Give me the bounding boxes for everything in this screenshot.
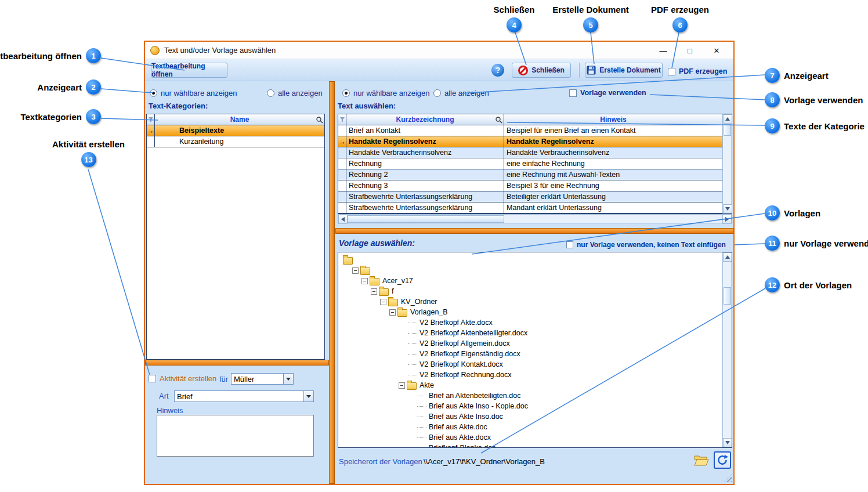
template-location-label: Speicherort der Vorlagen (339, 457, 422, 466)
category-row[interactable]: Kurzanleitung (147, 136, 324, 147)
text-row[interactable]: Brief an Kontakt Beispiel für einen Brie… (338, 125, 722, 136)
browse-folder-button[interactable] (693, 451, 710, 469)
left-radio-selectable[interactable] (150, 89, 157, 97)
text-table-body: Kurzbezeichnung Hinweis Brief an Kontakt… (338, 114, 722, 214)
close-dialog-button[interactable]: Schließen (512, 63, 571, 78)
tree-item[interactable]: V2 Briefkopf Kontakt.docx (338, 359, 722, 370)
text-row[interactable]: Handakte Verbraucherinsolvenz Handakte V… (338, 147, 722, 158)
right-radio-all-label: alle anzeigen (444, 89, 489, 97)
filter-icon[interactable] (149, 117, 153, 122)
text-row[interactable]: Rechnung 2 eine Rechnung mit Auswahl-Tex… (338, 169, 722, 180)
tree-item[interactable] (338, 255, 722, 265)
callout-9-label: Texte der Kategorie (784, 121, 865, 131)
tree-item[interactable]: KV_Ordner (338, 296, 722, 307)
create-activity-label: Aktivität erstellen (160, 374, 216, 383)
text-row[interactable]: Strafbewehrte Unterlassungserklärung Man… (338, 202, 722, 214)
category-row-selected[interactable]: → Beispieltexte (147, 125, 324, 136)
tree-item-label: Briefkopf-Blanko.doc (429, 444, 496, 448)
search-icon[interactable] (495, 116, 502, 124)
callout-8-number: 8 (765, 92, 780, 107)
tree-item[interactable]: V2 Briefkopf Akte.docx (338, 317, 722, 328)
pdf-checkbox[interactable] (668, 68, 675, 75)
tree-item[interactable]: V2 Briefkopf Rechnung.docx (338, 370, 722, 380)
tree-item-label: Brief an Aktenbeteiligten.doc (429, 392, 520, 400)
tree-item-label: V2 Briefkopf Eigenständig.docx (419, 350, 520, 358)
scroll-down-icon[interactable] (723, 204, 732, 214)
only-template-checkbox[interactable] (566, 241, 573, 248)
open-text-editor-button[interactable]: Textbearbeitung öffnen (151, 63, 227, 78)
short-column-header[interactable]: Kurzbezeichnung (346, 114, 504, 125)
window-title: Text und/oder Vorlage auswählen (164, 46, 276, 55)
tree-connector (408, 343, 417, 344)
activity-type-select[interactable]: Brief (174, 390, 314, 402)
row-indicator (147, 136, 155, 147)
tree-item[interactable]: Brief an Aktenbeteiligten.doc (338, 390, 722, 401)
scrollbar-thumb[interactable] (724, 287, 731, 305)
tree-item-label: Acer_v17 (382, 277, 413, 285)
collapse-icon[interactable] (399, 382, 405, 389)
scroll-up-icon[interactable] (723, 114, 732, 124)
filter-icon[interactable] (340, 117, 345, 122)
tree-item[interactable] (338, 265, 722, 276)
left-section-separator (145, 360, 329, 366)
collapse-icon[interactable] (389, 309, 396, 316)
maximize-icon[interactable]: □ (677, 42, 703, 59)
refresh-button[interactable] (714, 451, 731, 469)
search-icon[interactable] (316, 116, 323, 124)
dropdown-arrow-icon[interactable] (303, 391, 313, 401)
tree-item-label: Brief aus Akte.docx (429, 433, 491, 442)
folder-icon (360, 267, 370, 275)
current-row-arrow-icon: → (147, 126, 154, 135)
tree-connector (417, 406, 426, 407)
text-row[interactable]: Rechnung 3 Beispiel 3 für eine Rechnung (338, 180, 722, 191)
help-icon[interactable]: ? (491, 64, 504, 77)
only-template-label: nur Vorlage verwenden, keinen Text einfü… (577, 241, 726, 249)
tree-item[interactable]: V2 Briefkopf Aktenbeteiligter.docx (338, 328, 722, 338)
scrollbar-thumb[interactable] (724, 124, 731, 136)
tree-connector (408, 333, 417, 334)
tree-item[interactable]: f (338, 286, 722, 296)
activity-user-value: Müller (232, 375, 283, 384)
tree-item[interactable]: Brief aus Akte Inso - Kopie.doc (338, 401, 722, 411)
right-radio-all[interactable] (433, 89, 441, 97)
create-document-button[interactable]: Erstelle Dokument (585, 63, 663, 78)
collapse-icon[interactable] (352, 267, 359, 274)
scroll-left-icon[interactable] (338, 215, 348, 224)
close-icon[interactable]: ✕ (703, 42, 730, 59)
category-name: Beispieltexte (179, 126, 224, 135)
scrollbar-thumb[interactable] (348, 215, 504, 223)
tree-item[interactable]: V2 Briefkopf Eigenständig.docx (338, 349, 722, 359)
tree-item[interactable]: Brief aus Akte.docx (338, 432, 722, 443)
scroll-right-icon[interactable] (722, 215, 732, 224)
collapse-icon[interactable] (361, 278, 368, 284)
collapse-icon[interactable] (380, 299, 386, 305)
tree-item[interactable]: Vorlagen_B (338, 307, 722, 317)
use-template-checkbox[interactable] (569, 89, 577, 97)
scroll-up-icon[interactable] (723, 252, 732, 262)
create-activity-checkbox[interactable] (149, 375, 156, 382)
dropdown-arrow-icon[interactable] (283, 374, 293, 384)
scroll-down-icon[interactable] (723, 438, 732, 447)
folder-icon (407, 382, 417, 390)
tree-item[interactable]: Akte (338, 380, 722, 390)
hint-column-header[interactable]: Hinweis (504, 114, 722, 125)
tree-item[interactable]: Brief aus Akte Inso.doc (338, 411, 722, 422)
panel-splitter[interactable] (329, 81, 335, 484)
tree-item[interactable]: Briefkopf-Blanko.doc (338, 443, 722, 448)
tree-item[interactable]: Acer_v17 (338, 276, 722, 286)
collapse-icon[interactable] (371, 288, 377, 295)
text-row-selected[interactable]: → Handakte Regelinsolvenz Handakte Regel… (338, 136, 722, 147)
left-radio-all[interactable] (267, 89, 274, 97)
text-row[interactable]: Strafbewehrte Unterlassungserklärung Bet… (338, 191, 722, 202)
activity-note-textarea[interactable] (157, 415, 314, 457)
callout-4-number: 4 (507, 17, 522, 32)
tree-item[interactable]: V2 Briefkopf Allgemein.docx (338, 338, 722, 349)
name-column-header[interactable]: Name (155, 114, 324, 125)
text-row[interactable]: Rechnung eine einfache Rechnung (338, 158, 722, 169)
resize-grip[interactable] (724, 474, 732, 482)
right-radio-selectable[interactable] (342, 89, 350, 97)
minimize-icon[interactable]: — (650, 42, 677, 59)
tree-item[interactable]: Brief aus Akte.doc (338, 422, 722, 432)
activity-user-select[interactable]: Müller (231, 373, 294, 385)
pdf-checkbox-row: PDF erzeugen (668, 67, 727, 76)
